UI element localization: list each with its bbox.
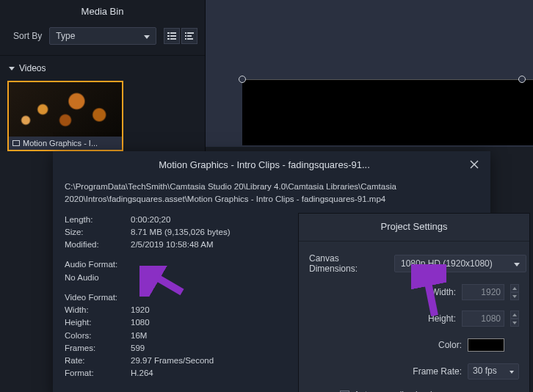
rate-value: 29.97 Frames/Second <box>131 355 214 367</box>
svg-marker-14 <box>512 287 517 290</box>
properties-title: Motion Graphics - Intro Clips - fadingsq… <box>62 159 467 170</box>
svg-rect-3 <box>170 35 176 37</box>
format-label: Format: <box>65 367 131 380</box>
frame-rate-select[interactable]: 30 fps <box>468 363 519 380</box>
color-setting-label: Color: <box>309 340 462 350</box>
video-badge-icon <box>12 140 20 146</box>
svg-rect-11 <box>187 38 193 40</box>
spinner-up-icon[interactable] <box>510 284 519 292</box>
svg-rect-2 <box>167 35 170 37</box>
media-bin-panel: Media Bin Sort By Type Videos Motion Gra… <box>0 0 206 151</box>
videos-section-label: Videos <box>19 63 46 73</box>
project-settings-panel: Project Settings Canvas Dimensions: 1080… <box>298 213 530 392</box>
list-icon <box>167 31 177 41</box>
canvas-area <box>206 0 533 147</box>
modified-value: 2/5/2019 10:58:48 AM <box>131 239 214 251</box>
video-format-label: Video Format: <box>65 291 131 304</box>
thumbnail-label: Motion Graphics - I... <box>23 139 98 148</box>
rate-label: Rate: <box>65 355 131 367</box>
media-thumbnail[interactable]: Motion Graphics - I... <box>7 81 123 151</box>
width-value: 1920 <box>131 304 150 316</box>
sort-by-label: Sort By <box>13 31 42 41</box>
view-list-button[interactable] <box>164 28 180 44</box>
svg-rect-7 <box>187 32 194 34</box>
audio-format-label: Audio Format: <box>65 258 131 271</box>
svg-rect-9 <box>187 35 192 37</box>
svg-rect-0 <box>167 32 170 34</box>
project-settings-body: Canvas Dimensions: 1080p HD (1920x1080) … <box>299 242 529 392</box>
colors-value: 16M <box>131 330 147 342</box>
view-buttons <box>164 28 197 44</box>
frame-rate-value: 30 fps <box>473 366 497 376</box>
spinner-up-icon[interactable] <box>510 311 519 319</box>
spinner-down-icon[interactable] <box>510 319 519 327</box>
size-label: Size: <box>65 226 131 239</box>
caret-down-icon <box>9 67 15 70</box>
color-swatch[interactable] <box>468 338 504 352</box>
svg-marker-17 <box>512 322 517 324</box>
format-value: H.264 <box>131 367 153 380</box>
project-settings-title: Project Settings <box>299 214 529 242</box>
canvas-dimensions-label: Canvas Dimensions: <box>309 253 388 274</box>
frame-rate-label: Frame Rate: <box>309 366 462 377</box>
view-detail-button[interactable] <box>181 28 197 44</box>
svg-marker-16 <box>512 313 517 316</box>
width-spinner[interactable] <box>510 284 519 300</box>
spinner-down-icon[interactable] <box>510 292 519 300</box>
svg-rect-4 <box>167 38 170 40</box>
svg-rect-1 <box>170 32 176 34</box>
close-icon <box>470 160 479 169</box>
modified-label: Modified: <box>65 239 131 251</box>
height-label: Height: <box>65 316 131 329</box>
close-button[interactable] <box>467 157 482 172</box>
detail-icon <box>184 31 195 41</box>
frames-label: Frames: <box>65 342 131 355</box>
sort-by-value: Type <box>56 31 75 41</box>
canvas-dimensions-select[interactable]: 1080p HD (1920x1080) <box>394 255 526 272</box>
audio-format-value: No Audio <box>65 272 131 284</box>
height-value: 1080 <box>131 316 150 329</box>
file-path: C:\ProgramData\TechSmith\Camtasia Studio… <box>65 181 417 206</box>
width-input[interactable] <box>462 284 504 300</box>
width-label: Width: <box>65 304 131 316</box>
length-label: Length: <box>65 214 131 226</box>
height-input[interactable] <box>462 311 504 327</box>
frames-value: 599 <box>131 342 145 355</box>
svg-rect-5 <box>170 38 176 40</box>
height-setting-label: Height: <box>309 313 456 324</box>
length-value: 0:00:20;20 <box>131 214 170 226</box>
properties-header: Motion Graphics - Intro Clips - fadingsq… <box>53 151 490 178</box>
sort-by-select[interactable]: Type <box>49 27 156 45</box>
thumbnail-label-row: Motion Graphics - I... <box>9 137 122 150</box>
colors-label: Colors: <box>65 330 131 342</box>
videos-section-header[interactable]: Videos <box>0 56 205 79</box>
canvas-preview[interactable] <box>242 79 533 145</box>
width-setting-label: Width: <box>309 287 456 297</box>
thumbnail-image <box>9 82 122 137</box>
canvas-dimensions-value: 1080p HD (1920x1080) <box>401 258 493 269</box>
svg-rect-6 <box>185 32 186 34</box>
media-bin-title: Media Bin <box>0 0 205 24</box>
height-spinner[interactable] <box>510 311 519 327</box>
size-value: 8.71 MB (9,135,026 bytes) <box>131 226 231 239</box>
sort-row: Sort By Type <box>0 24 205 56</box>
resize-handle-right[interactable] <box>518 76 526 83</box>
svg-marker-15 <box>512 295 517 298</box>
svg-rect-8 <box>185 35 186 37</box>
svg-rect-10 <box>185 38 186 40</box>
resize-handle-left[interactable] <box>239 76 246 83</box>
